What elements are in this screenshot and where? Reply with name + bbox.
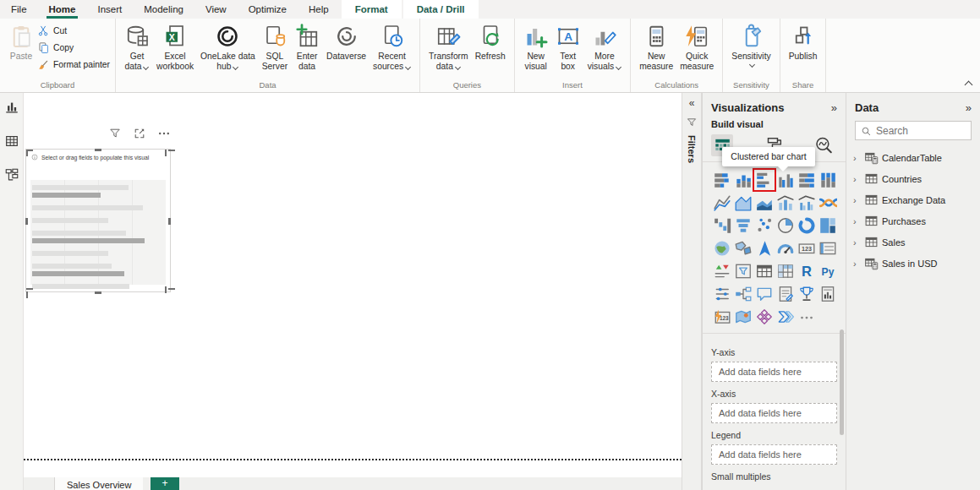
menu-tab-optimize[interactable]: Optimize (238, 0, 298, 19)
viz-type-stacked-bar-chart[interactable] (713, 171, 731, 189)
viz-type-arcgis-map[interactable] (734, 308, 753, 326)
viz-type-map[interactable] (713, 239, 731, 258)
viz-type-filled-map[interactable] (734, 239, 753, 258)
menu-tab-file[interactable]: File (0, 0, 38, 19)
menu-tab-help[interactable]: Help (298, 0, 340, 19)
copy-button[interactable]: Copy (37, 41, 110, 55)
selection-handle[interactable] (95, 291, 101, 294)
viz-type-donut-chart[interactable] (797, 216, 816, 235)
contextual-tab-data-drill[interactable]: Data / Drill (403, 0, 479, 19)
viz-type-multi-row-card[interactable] (818, 239, 837, 258)
selection-handle[interactable] (165, 150, 167, 156)
selection-handle[interactable] (168, 150, 175, 151)
viz-type-area-chart[interactable] (734, 193, 753, 212)
report-view-icon[interactable] (4, 100, 19, 115)
enter-data-button[interactable]: Enterdata (291, 20, 323, 72)
expand-chevron-icon[interactable]: › (853, 237, 861, 248)
filter-icon[interactable] (108, 127, 122, 140)
excel-workbook-button[interactable]: XExcelworkbook (153, 20, 197, 72)
viz-type-power-apps-visual[interactable] (755, 308, 774, 326)
expand-filters-icon[interactable]: « (689, 98, 695, 108)
menu-tab-insert[interactable]: Insert (86, 0, 133, 19)
viz-type-gauge[interactable] (776, 239, 795, 258)
viz-type-qa-visual[interactable] (755, 285, 774, 303)
filters-pane-label[interactable]: Filters (687, 135, 697, 163)
quick-measure-button[interactable]: Quickmeasure (676, 20, 717, 72)
well-dropzone-legend[interactable]: Add data fields here (711, 444, 837, 465)
search-input[interactable] (876, 125, 966, 137)
viz-type-line-chart[interactable] (713, 193, 731, 212)
more-visuals-button[interactable]: Morevisuals (584, 20, 625, 72)
expand-chevron-icon[interactable]: › (853, 195, 861, 205)
selection-handle[interactable] (168, 218, 171, 225)
viz-type-r-script-visual[interactable]: R (797, 262, 816, 280)
visualizations-scrollbar[interactable] (840, 329, 844, 435)
selection-handle[interactable] (26, 288, 33, 290)
viz-type-hundred-stacked-bar-chart[interactable] (797, 171, 816, 189)
sql-server-button[interactable]: SQLServer (259, 20, 291, 72)
collapse-data-icon[interactable]: » (966, 101, 972, 114)
collapse-visualizations-icon[interactable]: » (831, 101, 837, 114)
data-table-calendartable[interactable]: ›CalendarTable (846, 147, 980, 168)
expand-chevron-icon[interactable]: › (853, 153, 861, 163)
focus-mode-icon[interactable] (133, 127, 146, 140)
viz-type-paginated-report[interactable] (818, 285, 837, 303)
selection-handle[interactable] (26, 150, 28, 156)
viz-type-hundred-stacked-column-chart[interactable] (818, 171, 837, 189)
text-box-button[interactable]: ATextbox (552, 20, 584, 72)
menu-tab-home[interactable]: Home (38, 0, 87, 19)
expand-chevron-icon[interactable]: › (853, 174, 861, 184)
viz-type-stacked-area-chart[interactable] (755, 193, 774, 212)
onelake-data-hub-button[interactable]: OneLake datahub (197, 20, 259, 72)
transform-data-button[interactable]: Transformdata (425, 20, 472, 72)
viz-type-decomposition-tree[interactable] (734, 285, 753, 303)
format-painter-button[interactable]: Format painter (37, 57, 110, 72)
new-measure-button[interactable]: Newmeasure (636, 20, 676, 72)
menu-tab-modeling[interactable]: Modeling (133, 0, 194, 19)
data-table-countries[interactable]: ›Countries (846, 168, 980, 189)
collapse-ribbon-icon[interactable] (965, 80, 973, 87)
viz-type-table[interactable] (755, 262, 774, 280)
viz-type-funnel-chart[interactable] (734, 216, 753, 235)
paste-button[interactable]: Paste (5, 20, 37, 62)
viz-type-button-slicer[interactable] (713, 285, 731, 303)
viz-type-line-and-stacked-column-chart[interactable] (776, 193, 795, 212)
model-view-icon[interactable] (4, 167, 19, 182)
viz-type-card-lightning-visual[interactable]: 123 (713, 308, 731, 326)
well-dropzone-x-axis[interactable]: Add data fields here (711, 403, 837, 423)
viz-type-pie-chart[interactable] (776, 216, 795, 235)
data-search-box[interactable] (855, 121, 972, 140)
viz-type-scatter-chart[interactable] (755, 216, 774, 235)
selection-handle[interactable] (168, 288, 175, 290)
report-canvas[interactable]: Select or drag fields to populate this v… (24, 93, 682, 490)
page-tab-sales-overview[interactable]: Sales Overview (55, 477, 143, 490)
cut-button[interactable]: Cut (37, 24, 110, 38)
selection-handle[interactable] (25, 218, 28, 225)
add-page-button[interactable]: + (151, 477, 179, 490)
more-options-icon[interactable] (157, 127, 171, 140)
selection-handle[interactable] (26, 291, 28, 298)
viz-type-get-more-visuals[interactable] (797, 308, 816, 326)
viz-type-slicer[interactable] (734, 262, 753, 280)
new-visual-button[interactable]: Newvisual (520, 20, 552, 72)
data-table-exchange-data[interactable]: ›Exchange Data (846, 189, 980, 210)
viz-type-waterfall-chart[interactable] (713, 216, 731, 235)
dataverse-button[interactable]: Dataverse (323, 20, 370, 62)
viz-type-azure-map[interactable] (755, 239, 774, 258)
get-data-button[interactable]: Getdata (121, 20, 153, 72)
expand-chevron-icon[interactable]: › (853, 216, 861, 226)
well-dropzone-y-axis[interactable]: Add data fields here (711, 362, 837, 382)
recent-sources-button[interactable]: Recentsources (370, 20, 414, 72)
viz-type-kpi[interactable] (713, 262, 731, 280)
selection-handle[interactable] (95, 149, 101, 151)
expand-chevron-icon[interactable]: › (853, 259, 861, 269)
publish-button[interactable]: Publish (786, 20, 821, 62)
viz-type-smart-narrative[interactable] (776, 285, 795, 303)
viz-type-power-automate-visual[interactable] (776, 308, 795, 326)
viz-type-line-and-clustered-column-chart[interactable] (797, 193, 816, 212)
viz-type-card[interactable]: 123 (797, 239, 816, 258)
viz-type-python-visual[interactable]: Py (818, 262, 837, 280)
data-table-purchases[interactable]: ›Purchases (846, 210, 980, 231)
viz-type-stacked-column-chart[interactable] (734, 171, 753, 189)
selected-visual-placeholder[interactable]: Select or drag fields to populate this v… (25, 149, 171, 292)
